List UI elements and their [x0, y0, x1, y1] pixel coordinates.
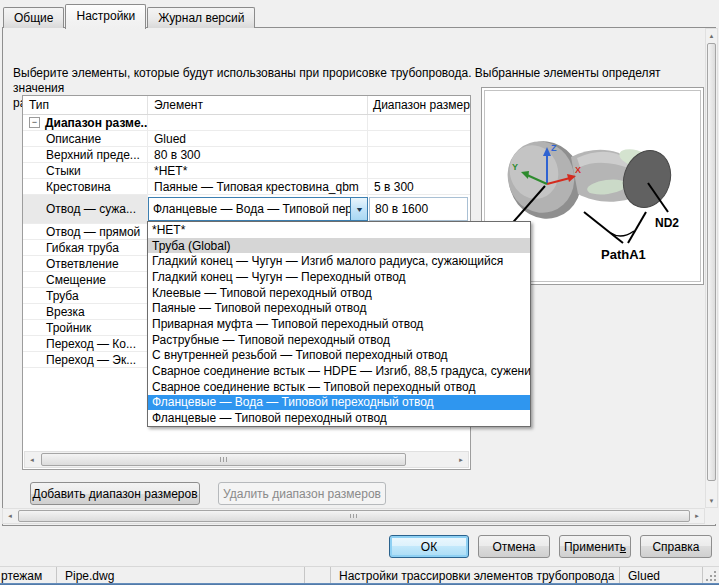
type-cell[interactable]: Смещение [23, 272, 148, 287]
row-type-label: Крестовина [46, 180, 111, 194]
column-header[interactable]: Элемент [148, 96, 368, 114]
type-cell[interactable]: −Диапазон разме... [23, 115, 148, 130]
type-cell[interactable]: Крестовина [23, 179, 148, 194]
element-cell[interactable]: 80 в 300 [148, 147, 368, 162]
row-type-label: Описание [46, 132, 101, 146]
dropdown-item[interactable]: Сварное соединение встык — HDPE — Изгиб,… [148, 363, 530, 379]
scrollbar-corner [705, 508, 719, 524]
column-header[interactable]: Диапазон размеров [368, 96, 470, 114]
table-horizontal-scrollbar[interactable]: ◄ ► [24, 451, 469, 468]
range-cell[interactable] [368, 115, 470, 130]
row-type-label: Гибкая труба [46, 241, 119, 255]
range-cell[interactable] [368, 131, 470, 146]
element-cell[interactable]: *НЕТ* [148, 163, 368, 178]
type-cell[interactable]: Отвод — прямой [23, 224, 148, 239]
ok-button[interactable]: ОК [389, 535, 469, 558]
dropdown-item[interactable]: Паяные — Типовой переходный отвод [148, 300, 530, 316]
type-cell[interactable]: Верхний преде... [23, 147, 148, 162]
combobox-value: Фланцевые — Вода — Типовой переходный от… [149, 198, 350, 220]
scrollbar-track[interactable] [706, 42, 717, 494]
scrollbar-thumb[interactable] [707, 43, 716, 481]
status-cell: Glued [620, 567, 703, 584]
element-cell[interactable]: Glued [148, 131, 368, 146]
axis-y-label: Y [512, 162, 518, 172]
range-cell[interactable]: 5 в 300 [368, 179, 470, 194]
dropdown-item[interactable]: Гладкий конец — Чугун — Переходный отвод [148, 269, 530, 285]
scroll-up-icon[interactable]: ▲ [706, 29, 717, 42]
table-row[interactable]: ОписаниеGlued [23, 131, 470, 147]
element-combobox[interactable]: Фланцевые — Вода — Типовой переходный от… [148, 197, 368, 221]
scroll-down-icon[interactable]: ▼ [706, 494, 717, 507]
tab-bar: ОбщиеНастройкиЖурнал версий [3, 3, 256, 28]
type-cell[interactable]: Врезка [23, 304, 148, 319]
scrollbar-track[interactable] [39, 452, 454, 467]
range-cell[interactable] [368, 163, 470, 178]
dropdown-item[interactable]: Приварная муфта — Типовой переходный отв… [148, 316, 530, 332]
grip-icon [220, 457, 229, 462]
element-dropdown-list: *НЕТ*Труба (Global)Гладкий конец — Чугун… [147, 221, 531, 427]
row-type-label: Врезка [46, 305, 85, 319]
type-cell[interactable]: Стыки [23, 163, 148, 178]
tab-1[interactable]: Общие [3, 7, 64, 28]
type-cell[interactable]: Отвод — сужа... [23, 195, 148, 223]
scrollbar-thumb[interactable] [18, 510, 690, 522]
element-cell[interactable]: Паяные — Типовая крестовина_qbm [148, 179, 368, 194]
range-cell[interactable] [368, 147, 470, 162]
table-row[interactable]: Стыки*НЕТ* [23, 163, 470, 179]
collapse-icon[interactable]: − [29, 117, 40, 128]
scrollbar-track[interactable] [17, 509, 690, 523]
chevron-down-icon: ▼ [354, 206, 363, 213]
pipe-settings-dialog: ОбщиеНастройкиЖурнал версий Выберите эле… [0, 0, 719, 585]
column-header[interactable]: Тип [23, 96, 148, 114]
type-cell[interactable]: Переход — Ко... [23, 336, 148, 351]
resize-grip-icon[interactable] [706, 571, 716, 581]
tab-3[interactable]: Журнал версий [147, 7, 255, 28]
grip-icon [350, 514, 359, 518]
element-value: 80 в 300 [154, 148, 200, 162]
scrollbar-thumb[interactable] [41, 453, 406, 466]
type-cell[interactable]: Тройник [23, 320, 148, 335]
range-editor-field[interactable]: 80 в 1600 [369, 197, 468, 221]
page-vertical-scrollbar[interactable]: ▲ ▼ [705, 28, 718, 508]
element-cell[interactable] [148, 115, 368, 130]
type-cell[interactable]: Гибкая труба [23, 240, 148, 255]
table-row[interactable]: КрестовинаПаяные — Типовая крестовина_qb… [23, 179, 470, 195]
table-row[interactable]: Верхний преде...80 в 300 [23, 147, 470, 163]
scroll-left-icon[interactable]: ◄ [3, 509, 17, 523]
status-cell: ртежам [0, 567, 57, 584]
scroll-left-icon[interactable]: ◄ [25, 452, 39, 467]
status-cell [305, 567, 331, 584]
dropdown-item[interactable]: Труба (Global) [148, 238, 530, 254]
dropdown-item[interactable]: Клеевые — Типовой переходный отвод [148, 285, 530, 301]
tab-2[interactable]: Настройки [65, 4, 146, 29]
remove-size-range-button[interactable]: Удалить диапазон размеров [218, 482, 386, 505]
dropdown-item[interactable]: С внутренней резьбой — Типовой переходны… [148, 348, 530, 364]
page-horizontal-scrollbar[interactable]: ◄ ► [2, 508, 705, 524]
element-value: *НЕТ* [154, 164, 187, 178]
add-size-range-button[interactable]: Добавить диапазон размеров [30, 482, 200, 505]
row-type-label: Верхний преде... [46, 148, 140, 162]
dropdown-item[interactable]: Гладкий конец — Чугун — Изгиб малого рад… [148, 253, 530, 269]
status-cell: Pipe.dwg [57, 567, 305, 584]
type-cell[interactable]: Описание [23, 131, 148, 146]
row-type-label: Труба [46, 289, 79, 303]
combobox-dropdown-button[interactable]: ▼ [350, 198, 367, 220]
dropdown-item[interactable]: *НЕТ* [148, 222, 530, 238]
dropdown-item[interactable]: Сварное соединение встык — Типовой перех… [148, 379, 530, 395]
type-cell[interactable]: Ответвление [23, 256, 148, 271]
dropdown-item[interactable]: Фланцевые — Вода — Типовой переходный от… [148, 395, 530, 411]
table-row[interactable]: −Диапазон разме... [23, 115, 470, 131]
row-type-label: Смещение [46, 273, 106, 287]
dropdown-item[interactable]: Фланцевые — Типовой переходный отвод [148, 410, 530, 426]
type-cell[interactable]: Переход — Эк... [23, 352, 148, 367]
scroll-right-icon[interactable]: ► [690, 509, 704, 523]
cancel-button[interactable]: Отмена [478, 535, 550, 558]
type-cell[interactable]: Труба [23, 288, 148, 303]
help-button[interactable]: Справка [640, 535, 712, 558]
apply-button[interactable]: Применить [559, 535, 631, 558]
scroll-right-icon[interactable]: ► [454, 452, 468, 467]
element-value: Glued [154, 132, 186, 146]
dropdown-item[interactable]: Раструбные — Типовой переходный отвод [148, 332, 530, 348]
table-row[interactable]: Отвод — сужа...Фланцевые — Вода — Типово… [23, 195, 470, 224]
apply-mnemonic: ь [620, 540, 626, 554]
